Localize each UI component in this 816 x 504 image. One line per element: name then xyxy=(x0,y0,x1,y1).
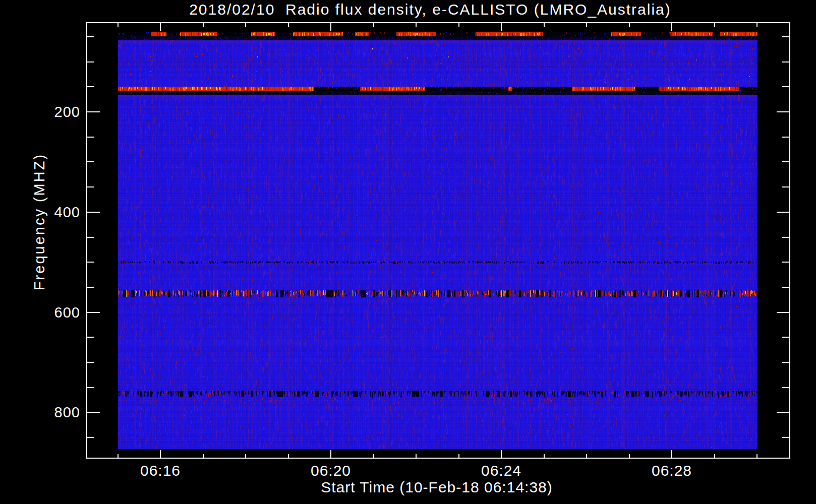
x-minor-tick-top xyxy=(373,23,374,27)
y-minor-tick-right xyxy=(782,387,789,388)
x-major-tick-top xyxy=(671,23,672,31)
x-minor-tick-bottom xyxy=(416,454,417,458)
y-major-tick-right xyxy=(777,212,789,213)
x-minor-tick-top xyxy=(544,23,545,27)
y-tick-label: 600 xyxy=(30,305,80,320)
y-minor-tick-left xyxy=(87,237,94,238)
y-minor-tick-left xyxy=(87,287,94,288)
y-minor-tick-left xyxy=(87,86,94,87)
y-minor-tick-right xyxy=(782,237,789,238)
y-minor-tick-left xyxy=(87,161,94,162)
y-minor-tick-right xyxy=(782,262,789,263)
y-major-tick-left xyxy=(87,412,100,413)
y-minor-tick-left xyxy=(87,387,94,388)
y-minor-tick-right xyxy=(782,337,789,338)
x-minor-tick-bottom xyxy=(544,454,545,458)
y-minor-tick-left xyxy=(87,337,94,338)
y-axis-title: Frequency (MHZ) xyxy=(32,146,47,297)
x-major-tick-bottom xyxy=(160,450,161,458)
y-minor-tick-left xyxy=(87,137,94,138)
x-minor-tick-bottom xyxy=(629,454,630,458)
y-minor-tick-left xyxy=(87,186,94,187)
x-minor-tick-top xyxy=(629,23,630,27)
x-minor-tick-top xyxy=(586,23,587,27)
x-minor-tick-top xyxy=(203,23,204,27)
x-tick-label: 06:24 xyxy=(461,463,542,478)
y-minor-tick-right xyxy=(782,61,789,62)
x-minor-tick-bottom xyxy=(714,454,715,458)
x-minor-tick-bottom xyxy=(118,454,119,458)
y-major-tick-right xyxy=(777,412,789,413)
y-tick-label: 400 xyxy=(30,205,80,220)
x-tick-label: 06:20 xyxy=(290,463,371,478)
x-minor-tick-bottom xyxy=(245,454,246,458)
y-minor-tick-left xyxy=(87,362,94,363)
y-major-tick-left xyxy=(87,312,100,313)
y-major-tick-left xyxy=(87,212,100,213)
x-minor-tick-bottom xyxy=(373,454,374,458)
y-minor-tick-right xyxy=(782,437,789,438)
y-minor-tick-right xyxy=(782,287,789,288)
x-major-tick-bottom xyxy=(671,450,672,458)
x-minor-tick-top xyxy=(416,23,417,27)
y-minor-tick-left xyxy=(87,262,94,263)
x-major-tick-bottom xyxy=(330,450,331,458)
y-major-tick-right xyxy=(777,111,789,112)
y-minor-tick-left xyxy=(87,61,94,62)
x-tick-label: 06:16 xyxy=(120,463,201,478)
y-tick-label: 800 xyxy=(30,405,80,420)
chart-title: 2018/02/10 Radio flux density, e-CALLIST… xyxy=(77,1,783,18)
x-minor-tick-top xyxy=(756,23,757,27)
x-minor-tick-top xyxy=(458,23,459,27)
y-major-tick-right xyxy=(777,312,789,313)
x-axis-title: Start Time (10-Feb-18 06:14:38) xyxy=(285,480,588,495)
y-minor-tick-right xyxy=(782,86,789,87)
y-major-tick-left xyxy=(87,111,100,112)
x-minor-tick-top xyxy=(118,23,119,27)
x-minor-tick-bottom xyxy=(288,454,289,458)
x-major-tick-top xyxy=(501,23,502,31)
x-major-tick-bottom xyxy=(501,450,502,458)
y-minor-tick-right xyxy=(782,36,789,37)
y-minor-tick-right xyxy=(782,186,789,187)
x-minor-tick-bottom xyxy=(458,454,459,458)
y-minor-tick-right xyxy=(782,137,789,138)
y-minor-tick-left xyxy=(87,437,94,438)
y-minor-tick-left xyxy=(87,36,94,37)
spectrogram-image xyxy=(118,32,757,449)
y-tick-label: 200 xyxy=(30,104,80,119)
x-minor-tick-bottom xyxy=(203,454,204,458)
x-minor-tick-bottom xyxy=(586,454,587,458)
x-minor-tick-top xyxy=(288,23,289,27)
spectrogram-page: 2018/02/10 Radio flux density, e-CALLIST… xyxy=(0,0,816,504)
x-major-tick-top xyxy=(160,23,161,31)
x-minor-tick-top xyxy=(245,23,246,27)
x-tick-label: 06:28 xyxy=(631,463,712,478)
y-minor-tick-right xyxy=(782,362,789,363)
x-major-tick-top xyxy=(330,23,331,31)
x-minor-tick-bottom xyxy=(756,454,757,458)
y-minor-tick-right xyxy=(782,161,789,162)
x-minor-tick-top xyxy=(714,23,715,27)
